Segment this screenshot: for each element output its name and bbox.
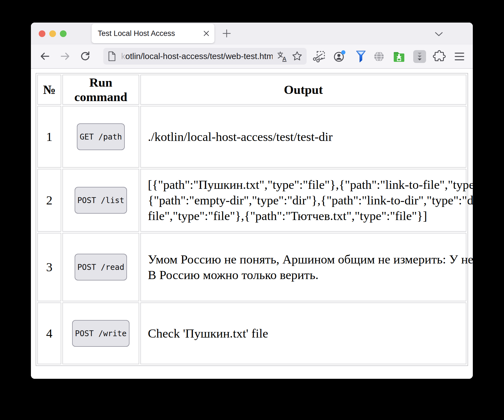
- title-bar: Test Local Host Access: [31, 23, 473, 44]
- zoom-window-button[interactable]: [60, 30, 67, 37]
- row-output: ./kotlin/local-host-access/test/test-dir: [140, 106, 466, 168]
- output-line: Умом Россию не понять, Аршином общим не …: [148, 251, 459, 267]
- download-folder-icon[interactable]: [392, 50, 406, 63]
- hamburger-menu-icon[interactable]: [453, 50, 466, 63]
- url-visible-text: otlin/local-host-access/test/web-test.ht…: [125, 52, 273, 61]
- reload-button[interactable]: [79, 50, 91, 62]
- get-path-button[interactable]: GET /path: [77, 123, 125, 150]
- table-row: 4 POST /write Check 'Пушкин.txt' file: [37, 302, 466, 364]
- globe-icon[interactable]: [372, 50, 386, 63]
- post-read-button[interactable]: POST /read: [75, 254, 127, 280]
- row-output: [{"path":"Пушкин.txt","type":"file"},{"p…: [140, 169, 466, 232]
- table-row: 1 GET /path ./kotlin/local-host-access/t…: [37, 106, 466, 168]
- row-number: 4: [37, 302, 61, 364]
- bookmark-star-icon[interactable]: [292, 51, 303, 62]
- browser-tab[interactable]: Test Local Host Access: [92, 24, 214, 43]
- table-header-row: № Run command Output: [37, 75, 466, 105]
- output-line: file","type":"file"},{"path":"Тютчев.txt…: [148, 208, 459, 224]
- close-window-button[interactable]: [39, 30, 45, 37]
- test-results-table: № Run command Output 1 GET /path ./kotli…: [36, 73, 468, 366]
- funnel-filter-icon[interactable]: [354, 50, 368, 63]
- output-line: Check 'Пушкин.txt' file: [148, 326, 459, 341]
- back-button[interactable]: [39, 50, 51, 62]
- screenshot-scissors-icon[interactable]: [312, 50, 326, 63]
- notification-dot: [341, 50, 346, 55]
- table-row: 2 POST /list [{"path":"Пушкин.txt","type…: [37, 169, 466, 232]
- list-all-tabs-chevron-icon[interactable]: [434, 31, 444, 37]
- page-doc-icon: [108, 51, 116, 61]
- browser-window: Test Local Host Access: [31, 23, 473, 379]
- header-output: Output: [140, 75, 466, 105]
- tab-close-icon[interactable]: [203, 30, 210, 37]
- row-number: 1: [37, 106, 61, 168]
- header-num: №: [37, 75, 61, 105]
- post-list-button[interactable]: POST /list: [75, 187, 127, 214]
- triple-down-arrows-icon[interactable]: [413, 50, 426, 63]
- url-faded-prefix: k: [121, 52, 125, 61]
- account-icon[interactable]: [333, 50, 346, 63]
- url-bar[interactable]: kotlin/local-host-access/test/web-test.h…: [103, 48, 307, 65]
- navigation-toolbar: kotlin/local-host-access/test/web-test.h…: [31, 44, 473, 69]
- url-text[interactable]: kotlin/local-host-access/test/web-test.h…: [121, 52, 273, 61]
- minimize-window-button[interactable]: [49, 30, 56, 37]
- extensions-puzzle-icon[interactable]: [433, 50, 446, 63]
- table-row: 3 POST /read Умом Россию не понять, Арши…: [37, 233, 466, 301]
- forward-button[interactable]: [59, 50, 71, 62]
- output-line: В Россию можно только верить.: [148, 267, 459, 283]
- page-content: № Run command Output 1 GET /path ./kotli…: [31, 69, 473, 379]
- row-output: Check 'Пушкин.txt' file: [140, 302, 466, 364]
- tab-title: Test Local Host Access: [98, 29, 203, 38]
- output-line: ./kotlin/local-host-access/test/test-dir: [148, 129, 459, 145]
- svg-text:A: A: [282, 56, 286, 62]
- output-line: [{"path":"Пушкин.txt","type":"file"},{"p…: [148, 177, 459, 192]
- translate-icon[interactable]: A: [277, 51, 288, 62]
- row-number: 3: [37, 233, 61, 301]
- post-write-button[interactable]: POST /write: [72, 320, 129, 347]
- header-run-command: Run command: [62, 75, 139, 105]
- output-line: {"path":"empty-dir","type":"dir"},{"path…: [148, 192, 459, 208]
- new-tab-button[interactable]: [222, 28, 232, 38]
- screenshot-background: Test Local Host Access: [0, 0, 504, 420]
- row-number: 2: [37, 169, 61, 232]
- row-output: Умом Россию не понять, Аршином общим не …: [140, 233, 466, 301]
